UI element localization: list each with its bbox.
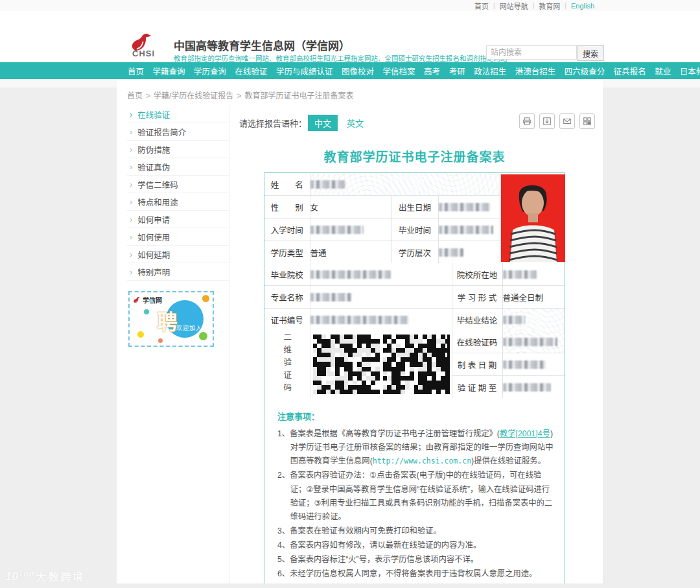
- qr-module: [366, 390, 371, 394]
- sidebar-item[interactable]: ›防伪措施: [127, 141, 229, 158]
- note-url[interactable]: http://www.chsi.com.cn: [373, 456, 471, 465]
- sidebar-item[interactable]: ›如何使用: [127, 228, 229, 246]
- qr-module: [391, 371, 396, 376]
- qr-module: [317, 376, 321, 381]
- sidebar-item[interactable]: ›验证真伪: [127, 158, 229, 176]
- nav-item[interactable]: 日本频道: [680, 65, 700, 77]
- qr-module: [401, 339, 405, 344]
- qr-module: [418, 357, 423, 362]
- qr-module: [326, 385, 331, 390]
- topbar-link[interactable]: 首页: [474, 1, 489, 11]
- nav-item[interactable]: 学信档案: [383, 65, 415, 77]
- qr-module: [423, 376, 427, 381]
- qr-module: [326, 335, 331, 339]
- topbar-link[interactable]: 网站导航: [500, 1, 528, 11]
- qrcode-icon[interactable]: [579, 113, 595, 129]
- sidebar-item[interactable]: ›学信二维码: [127, 176, 229, 193]
- download-icon[interactable]: [539, 113, 555, 129]
- qr-module: [441, 344, 445, 348]
- qr-module: [362, 353, 366, 357]
- qr-module: [348, 348, 353, 353]
- sidebar-item[interactable]: ›如何延期: [127, 246, 229, 263]
- sidebar-item[interactable]: ›如何申请: [127, 211, 229, 228]
- qr-module: [383, 348, 388, 353]
- sidebar-item[interactable]: ›特别声明: [127, 263, 229, 281]
- qr-module: [391, 344, 396, 348]
- chevron-right-icon: ›: [130, 145, 132, 154]
- qr-module: [423, 390, 427, 394]
- qr-module: [396, 381, 401, 385]
- sidebar-item-label: 学信二维码: [137, 178, 178, 191]
- nav-item[interactable]: 图像校对: [342, 65, 374, 77]
- lang-tab-english[interactable]: 英文: [347, 117, 364, 129]
- sidebar-item[interactable]: ›在线验证: [127, 106, 229, 123]
- qr-module: [321, 353, 326, 357]
- qr-module: [321, 362, 326, 366]
- qr-module: [401, 353, 405, 357]
- nav-item[interactable]: 学籍查询: [153, 65, 185, 77]
- qr-module: [348, 362, 353, 366]
- qr-module: [344, 339, 349, 344]
- qr-module: [405, 362, 410, 366]
- qr-module: [375, 385, 380, 390]
- breadcrumb-item[interactable]: 学籍/学历在线验证报告: [154, 91, 233, 100]
- qr-module: [441, 367, 445, 371]
- qr-module: [348, 376, 353, 381]
- qr-module: [414, 362, 419, 366]
- qr-module: [427, 371, 432, 376]
- nav-item[interactable]: 政法招生: [474, 65, 506, 77]
- nav-item[interactable]: 学历查询: [194, 65, 226, 77]
- qr-module: [340, 390, 344, 394]
- qr-module: [423, 344, 427, 348]
- qr-module: [331, 335, 335, 339]
- nav-item[interactable]: 在线验证: [235, 65, 268, 77]
- qr-module: [427, 344, 432, 348]
- nav-item[interactable]: 学历与成绩认证: [276, 65, 333, 77]
- qr-module: [362, 371, 366, 376]
- qr-module: [371, 390, 375, 394]
- qr-module: [427, 381, 432, 385]
- breadcrumb-item[interactable]: 首页: [127, 91, 143, 100]
- note-link[interactable]: 教学[2001]4号: [500, 429, 550, 438]
- qr-module: [362, 339, 366, 344]
- field-value-online-code: [502, 331, 565, 353]
- nav-item[interactable]: 就业: [655, 65, 671, 77]
- qr-module: [383, 385, 388, 390]
- nav-item[interactable]: 首页: [128, 65, 144, 77]
- separator: |: [533, 2, 535, 9]
- lang-tab-chinese[interactable]: 中文: [308, 115, 338, 131]
- search-input[interactable]: [486, 45, 577, 60]
- qr-module: [396, 376, 401, 381]
- print-icon[interactable]: [519, 113, 535, 129]
- field-value-graduate: [438, 218, 500, 241]
- email-icon[interactable]: [559, 113, 575, 129]
- qr-module: [410, 339, 414, 344]
- nav-item[interactable]: 高考: [424, 65, 440, 77]
- qr-module: [436, 348, 441, 353]
- qr-module: [357, 339, 362, 344]
- qr-module: [410, 362, 414, 366]
- qr-module: [436, 362, 441, 366]
- sidebar-item[interactable]: ›验证报告简介: [127, 123, 229, 141]
- qr-module: [418, 390, 423, 394]
- qr-module: [405, 381, 410, 385]
- qr-module: [331, 362, 335, 366]
- report-title: 教育部学历证书电子注册备案表: [264, 147, 565, 165]
- qr-module: [387, 371, 391, 376]
- qr-module: [410, 367, 414, 371]
- topbar-link[interactable]: 教育网: [539, 1, 560, 11]
- qr-module: [371, 344, 375, 348]
- qr-module: [375, 390, 380, 394]
- qr-module: [414, 335, 419, 339]
- nav-item[interactable]: 港澳台招生: [515, 65, 556, 77]
- topbar-link[interactable]: English: [571, 2, 594, 10]
- recruit-banner[interactable]: 学信网 聘 欢迎加入: [128, 291, 214, 347]
- qr-module: [344, 353, 349, 357]
- sidebar-item[interactable]: ›特点和用途: [127, 193, 229, 211]
- nav-item[interactable]: 考研: [449, 65, 465, 77]
- nav-item[interactable]: 四六级查分: [565, 65, 605, 77]
- search-button[interactable]: 搜索: [577, 45, 604, 61]
- nav-item[interactable]: 征兵报名: [614, 65, 646, 77]
- decor-dot: [199, 332, 207, 340]
- qr-module: [340, 381, 344, 385]
